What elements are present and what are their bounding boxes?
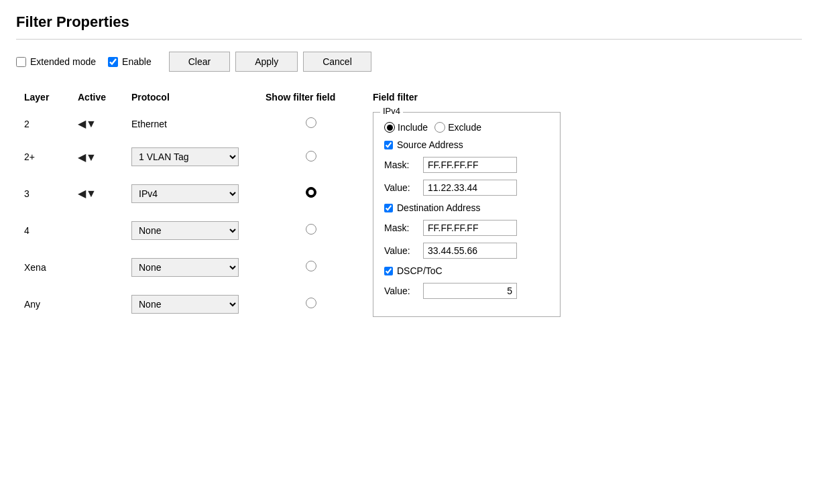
dest-value-label: Value: xyxy=(384,245,418,256)
include-radio[interactable]: Include xyxy=(384,122,428,133)
table-row: 2 ◀▼ Ethernet IPv4 In xyxy=(16,109,802,139)
source-mask-label: Mask: xyxy=(384,160,418,170)
dscp-label: DSCP/ToC xyxy=(397,265,443,276)
extended-mode-checkbox[interactable] xyxy=(16,57,26,67)
source-value-label: Value: xyxy=(384,182,418,193)
active-cell: ◀▼ xyxy=(70,176,123,212)
dest-mask-input[interactable] xyxy=(423,220,517,236)
layer-cell: 2 xyxy=(16,109,70,139)
protocol-cell: None xyxy=(123,212,257,249)
active-cell xyxy=(70,286,123,322)
enable-label: Enable xyxy=(122,56,152,67)
active-cell xyxy=(70,212,123,249)
source-mask-input[interactable] xyxy=(423,157,517,173)
apply-button[interactable]: Apply xyxy=(235,52,298,72)
dest-address-label: Destination Address xyxy=(397,202,481,213)
divider xyxy=(16,39,802,40)
page-title: Filter Properties xyxy=(16,13,802,31)
show-filter-radio-selected[interactable] xyxy=(306,187,316,198)
exclude-radio-outer xyxy=(434,122,445,133)
show-filter-cell[interactable] xyxy=(257,109,365,139)
source-address-row: Source Address xyxy=(384,139,549,150)
dscp-checkbox[interactable] xyxy=(384,267,393,275)
field-filter-cell: IPv4 Include Exclude xyxy=(365,109,802,322)
extended-mode-group: Extended mode xyxy=(16,56,96,67)
active-cell: ◀▼ xyxy=(70,139,123,176)
show-filter-cell[interactable] xyxy=(257,249,365,286)
protocol-cell: IPv4 None xyxy=(123,176,257,212)
col-field-filter: Field filter xyxy=(365,88,802,109)
source-mask-row: Mask: xyxy=(384,157,549,173)
field-filter-panel: IPv4 Include Exclude xyxy=(373,112,561,317)
exclude-radio[interactable]: Exclude xyxy=(434,122,481,133)
dscp-value-label: Value: xyxy=(384,286,418,296)
clear-button[interactable]: Clear xyxy=(169,52,230,72)
dest-mask-label: Mask: xyxy=(384,223,418,233)
protocol-cell: None xyxy=(123,286,257,322)
include-radio-outer xyxy=(384,122,395,133)
dscp-value-input[interactable] xyxy=(423,283,517,299)
dscp-row: DSCP/ToC xyxy=(384,265,549,276)
dest-value-row: Value: xyxy=(384,243,549,259)
show-filter-cell[interactable] xyxy=(257,286,365,322)
layer-cell: 3 xyxy=(16,176,70,212)
protocol-cell: Ethernet xyxy=(123,109,257,139)
layer-cell: 2+ xyxy=(16,139,70,176)
protocol-select-xena[interactable]: None xyxy=(131,258,239,277)
show-filter-radio[interactable] xyxy=(306,151,316,162)
show-filter-radio[interactable] xyxy=(306,117,316,128)
source-address-label: Source Address xyxy=(397,139,463,150)
dscp-value-row: Value: xyxy=(384,283,549,299)
enable-checkbox[interactable] xyxy=(108,57,118,67)
filter-icon: ◀▼ xyxy=(78,151,97,163)
layer-cell: Any xyxy=(16,286,70,322)
show-filter-radio[interactable] xyxy=(306,261,316,271)
toolbar-buttons: Clear Apply Cancel xyxy=(169,52,371,72)
layer-cell: 4 xyxy=(16,212,70,249)
field-filter-legend: IPv4 xyxy=(380,106,403,116)
include-radio-inner xyxy=(387,125,393,131)
source-value-row: Value: xyxy=(384,180,549,196)
protocol-select-3[interactable]: IPv4 None xyxy=(131,184,239,203)
toolbar: Extended mode Enable Clear Apply Cancel xyxy=(16,52,802,72)
protocol-cell: None xyxy=(123,249,257,286)
dest-address-checkbox[interactable] xyxy=(384,204,393,212)
show-filter-cell[interactable] xyxy=(257,176,365,212)
source-value-input[interactable] xyxy=(423,180,517,196)
protocol-static: Ethernet xyxy=(131,119,167,129)
include-label: Include xyxy=(398,122,428,133)
dest-value-input[interactable] xyxy=(423,243,517,259)
col-layer: Layer xyxy=(16,88,70,109)
protocol-select-2plus[interactable]: 1 VLAN Tag None xyxy=(131,147,239,166)
filter-table: Layer Active Protocol Show filter field … xyxy=(16,88,802,322)
filter-icon: ◀▼ xyxy=(78,188,97,199)
dest-mask-row: Mask: xyxy=(384,220,549,236)
protocol-select-4[interactable]: None xyxy=(131,221,239,240)
exclude-label: Exclude xyxy=(448,122,481,133)
show-filter-cell[interactable] xyxy=(257,139,365,176)
active-cell xyxy=(70,249,123,286)
col-protocol: Protocol xyxy=(123,88,257,109)
active-cell: ◀▼ xyxy=(70,109,123,139)
protocol-cell: 1 VLAN Tag None xyxy=(123,139,257,176)
extended-mode-label: Extended mode xyxy=(30,56,96,67)
filter-icon: ◀▼ xyxy=(78,118,97,129)
include-exclude-row: Include Exclude xyxy=(384,122,549,133)
source-address-checkbox[interactable] xyxy=(384,141,393,149)
show-filter-cell[interactable] xyxy=(257,212,365,249)
show-filter-radio[interactable] xyxy=(306,298,316,308)
show-filter-radio[interactable] xyxy=(306,224,316,235)
protocol-select-any[interactable]: None xyxy=(131,295,239,314)
enable-group: Enable xyxy=(108,56,152,67)
col-active: Active xyxy=(70,88,123,109)
col-show-filter: Show filter field xyxy=(257,88,365,109)
cancel-button[interactable]: Cancel xyxy=(303,52,371,72)
dest-address-row: Destination Address xyxy=(384,202,549,213)
layer-cell: Xena xyxy=(16,249,70,286)
